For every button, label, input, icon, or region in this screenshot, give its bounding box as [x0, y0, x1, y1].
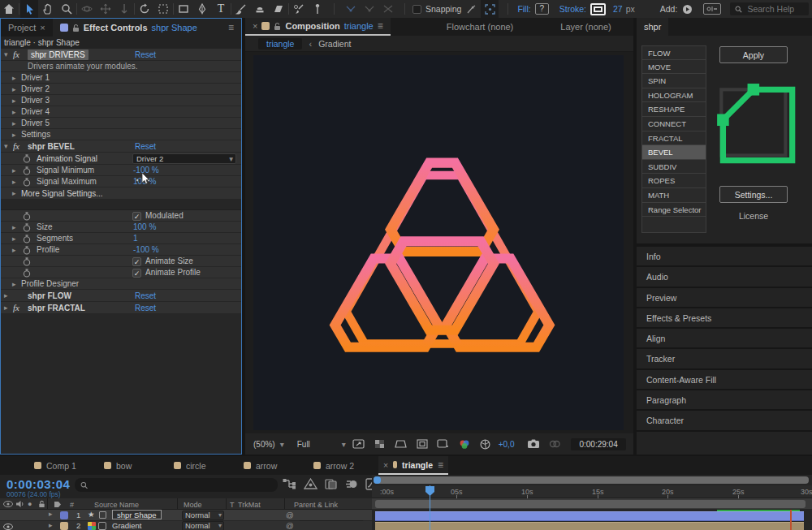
- timeline-tab-arrow[interactable]: arrow: [239, 456, 309, 475]
- brush-tool-icon[interactable]: [232, 0, 250, 18]
- module-bevel[interactable]: BEVEL: [641, 145, 706, 160]
- lock-icon[interactable]: [72, 24, 80, 32]
- timeline-tab-bow[interactable]: bow: [99, 456, 169, 475]
- panel-tab-audio[interactable]: Audio: [637, 267, 812, 287]
- timeline-tab-circle[interactable]: circle: [169, 456, 239, 475]
- module-flow[interactable]: FLOW: [641, 45, 706, 60]
- panel-tab-align[interactable]: Align: [637, 329, 812, 349]
- panel-tab-preview[interactable]: Preview: [637, 288, 812, 308]
- playhead-handle[interactable]: [425, 485, 435, 500]
- exposure-icon[interactable]: [477, 437, 494, 450]
- twirl-down-icon[interactable]: ▾: [4, 49, 8, 61]
- roto-brush-tool-icon[interactable]: [290, 0, 308, 18]
- profile-designer-row[interactable]: ▸ Profile Designer: [1, 278, 241, 290]
- panel-tab-paragraph[interactable]: Paragraph: [637, 390, 812, 411]
- apply-button[interactable]: Apply: [719, 46, 788, 63]
- module-reshape[interactable]: RESHAPE: [641, 102, 706, 117]
- profile-value[interactable]: -100 %: [133, 244, 159, 256]
- modulated-checkbox[interactable]: ✓: [132, 212, 141, 221]
- mask-visibility-icon[interactable]: [393, 437, 409, 450]
- search-help-box[interactable]: [730, 2, 809, 15]
- tab-composition[interactable]: × Composition triangle ≡: [245, 18, 391, 36]
- panel-menu-icon[interactable]: ≡: [228, 22, 234, 33]
- time-ruler[interactable]: :00s 05s 10s 15s 20s 25s 30s: [372, 485, 812, 498]
- snap-angle-icon[interactable]: [462, 0, 480, 18]
- frame-blending-icon[interactable]: [325, 478, 338, 490]
- segments-value[interactable]: 1: [133, 233, 138, 244]
- reset-link[interactable]: Reset: [135, 140, 156, 153]
- rotation-tool-icon[interactable]: [136, 0, 153, 18]
- layer-label-chip[interactable]: [60, 522, 68, 530]
- bevel-handle[interactable]: [717, 114, 729, 126]
- driver-row[interactable]: ▸Driver 3: [1, 95, 241, 106]
- module-hologram[interactable]: HOLOGRAM: [641, 88, 706, 103]
- tab-shpr[interactable]: shpr: [637, 18, 668, 36]
- hand-tool-icon[interactable]: [39, 0, 57, 18]
- panel-menu-icon[interactable]: ≡: [378, 20, 383, 32]
- breadcrumb-current[interactable]: triangle: [258, 38, 302, 50]
- home-icon[interactable]: [0, 0, 18, 18]
- twirl-right-icon[interactable]: ▸: [12, 222, 16, 233]
- timeline-tab-triangle[interactable]: × triangle ≡: [378, 456, 448, 475]
- twirl-right-icon[interactable]: ▸: [4, 302, 8, 314]
- snapping-checkbox[interactable]: [412, 5, 421, 14]
- work-area-bar[interactable]: [375, 500, 806, 508]
- stopwatch-icon[interactable]: [23, 178, 31, 187]
- blend-mode-dropdown[interactable]: Normal▾: [182, 521, 224, 530]
- stopwatch-icon[interactable]: [23, 257, 31, 266]
- module-ropes[interactable]: ROPES: [641, 174, 706, 188]
- add-menu-icon[interactable]: [678, 0, 696, 18]
- twirl-right-icon[interactable]: ▸: [12, 278, 16, 290]
- navigator-start-handle[interactable]: [374, 476, 381, 484]
- channels-icon[interactable]: [456, 437, 473, 450]
- timeline-search-input[interactable]: [92, 480, 272, 489]
- module-spin[interactable]: SPIN: [641, 74, 706, 88]
- panel-tab-tracker[interactable]: Tracker: [637, 349, 812, 369]
- view-options-icon[interactable]: [351, 437, 367, 450]
- close-icon[interactable]: ×: [253, 21, 257, 31]
- search-help-input[interactable]: [747, 4, 804, 14]
- twirl-down-icon[interactable]: ▾: [4, 140, 8, 153]
- stopwatch-icon[interactable]: [23, 246, 31, 255]
- layer-label-chip[interactable]: [60, 511, 68, 519]
- layer-bar-1[interactable]: [375, 511, 804, 521]
- parent-link-column-header[interactable]: Parent & Link: [294, 501, 338, 509]
- guides-options-icon[interactable]: [435, 437, 451, 450]
- resolution-dropdown[interactable]: Full▾: [297, 440, 346, 449]
- panel-tab-content-aware-fill[interactable]: Content-Aware Fill: [637, 370, 812, 390]
- reset-link[interactable]: Reset: [135, 290, 156, 302]
- pickwhip-icon[interactable]: @: [286, 511, 294, 519]
- panel-tab-effects-presets[interactable]: Effects & Presets: [637, 308, 812, 329]
- layer-name[interactable]: shpr Shape: [112, 510, 162, 519]
- fill-swatch[interactable]: ?: [535, 3, 549, 15]
- pen-tool-icon[interactable]: [193, 0, 211, 18]
- twirl-right-icon[interactable]: ▸: [49, 521, 53, 529]
- module-math[interactable]: MATH: [641, 188, 706, 203]
- t-column-header[interactable]: T: [230, 501, 235, 509]
- reset-link[interactable]: Reset: [135, 302, 156, 314]
- bevel-handle[interactable]: [748, 84, 760, 96]
- module-move[interactable]: MOVE: [641, 60, 706, 75]
- preview-timecode[interactable]: 0:00:29:04: [571, 438, 625, 450]
- module-fractal[interactable]: FRACTAL: [641, 131, 706, 146]
- composition-mini-flowchart-icon[interactable]: [283, 478, 296, 490]
- more-signal-settings-row[interactable]: ▸ More Signal Settings...: [1, 187, 241, 200]
- breadcrumb-parent[interactable]: Gradient: [318, 39, 351, 49]
- effect-name-flow[interactable]: shpr FLOW: [28, 290, 71, 302]
- effect-header-fractal[interactable]: ▸ fx shpr FRACTAL Reset: [1, 302, 241, 314]
- region-of-interest-icon[interactable]: [154, 0, 172, 18]
- twirl-right-icon[interactable]: ▸: [12, 187, 16, 200]
- stopwatch-icon[interactable]: [23, 212, 31, 221]
- module-connect[interactable]: CONNECT: [641, 117, 706, 131]
- snap-expand-icon[interactable]: [481, 0, 499, 18]
- size-value[interactable]: 100 %: [133, 222, 156, 233]
- blend-mode-dropdown[interactable]: Normal▾: [182, 511, 224, 520]
- driver-row[interactable]: ▸Driver 2: [1, 84, 241, 95]
- timeline-navigator[interactable]: [374, 476, 809, 484]
- effect-name-bevel[interactable]: shpr BEVEL: [28, 140, 75, 153]
- source-name-column-header[interactable]: Source Name: [94, 501, 139, 509]
- driver-row[interactable]: ▸Driver 1: [1, 72, 241, 84]
- layer-name[interactable]: Gradient: [112, 521, 141, 530]
- stroke-swatch[interactable]: [590, 3, 606, 15]
- driver-row[interactable]: ▸Driver 4: [1, 106, 241, 118]
